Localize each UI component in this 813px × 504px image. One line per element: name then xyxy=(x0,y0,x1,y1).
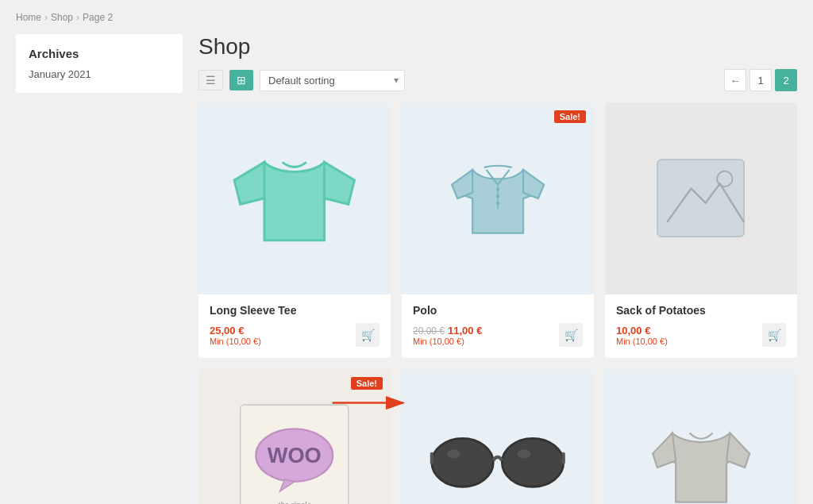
pagination: ← 1 2 xyxy=(724,69,797,91)
grid-icon: ⊞ xyxy=(237,74,246,87)
svg-point-4 xyxy=(496,194,499,198)
price-min-polo: Min (10,00 €) xyxy=(413,337,482,346)
svg-point-3 xyxy=(496,187,499,190)
pagination-page-1[interactable]: 1 xyxy=(749,69,772,91)
product-image-sunglasses xyxy=(402,369,594,504)
price-min-long-sleeve-tee: Min (10,00 €) xyxy=(210,337,261,346)
price-min-sack-of-potatoes: Min (10,00 €) xyxy=(616,337,668,346)
product-image-long-sleeve-tee xyxy=(198,102,391,294)
product-card-sunglasses: Sunglasses 90,00 € 🛒 xyxy=(402,369,594,504)
cart-icon-sack-of-potatoes: 🛒 xyxy=(768,329,781,341)
svg-text:WOO: WOO xyxy=(268,443,322,467)
product-price-row-long-sleeve-tee: 25,00 € Min (10,00 €) 🛒 xyxy=(210,323,380,347)
page-wrapper: Home › Shop › Page 2 Archives January 20… xyxy=(0,0,813,504)
product-card-sack-of-potatoes: Sack of Potatoes 10,00 € Min (10,00 €) 🛒 xyxy=(605,102,797,358)
products-grid-wrap: Long Sleeve Tee 25,00 € Min (10,00 €) 🛒 xyxy=(198,102,797,504)
product-card-tshirt: T-Shirt 18,00 € Min (10,00 €) 🛒 xyxy=(605,369,797,504)
single-image: WOO — the single — xyxy=(222,393,367,504)
svg-point-17 xyxy=(518,450,531,459)
product-info-polo: Polo 20,00 €11,00 € Min (10,00 €) 🛒 xyxy=(402,294,594,358)
products-grid: Long Sleeve Tee 25,00 € Min (10,00 €) 🛒 xyxy=(198,102,797,504)
product-image-single: Sale! WOO xyxy=(198,369,391,504)
toolbar-left: ☰ ⊞ Default sorting Sort by popularity S… xyxy=(198,70,405,91)
sidebar-box: Archives January 2021 xyxy=(16,34,183,93)
svg-point-16 xyxy=(447,450,460,459)
sidebar-title: Archives xyxy=(29,47,170,60)
breadcrumb: Home › Shop › Page 2 xyxy=(16,12,797,23)
product-card-single: Sale! WOO xyxy=(198,369,391,504)
add-to-cart-sack-of-potatoes[interactable]: 🛒 xyxy=(762,323,786,347)
sidebar: Archives January 2021 xyxy=(16,34,183,93)
placeholder-image xyxy=(643,140,758,256)
product-card-polo: Sale! xyxy=(402,102,594,358)
product-price-row-polo: 20,00 €11,00 € Min (10,00 €) 🛒 xyxy=(413,323,583,347)
long-sleeve-tee-image xyxy=(222,126,367,271)
breadcrumb-current: Page 2 xyxy=(83,12,113,23)
product-info-sack-of-potatoes: Sack of Potatoes 10,00 € Min (10,00 €) 🛒 xyxy=(605,294,797,358)
product-price-row-sack-of-potatoes: 10,00 € Min (10,00 €) 🛒 xyxy=(616,323,786,347)
sort-select[interactable]: Default sorting Sort by popularity Sort … xyxy=(260,70,405,91)
product-image-polo: Sale! xyxy=(402,102,594,294)
breadcrumb-sep-2: › xyxy=(76,12,79,23)
product-name-long-sleeve-tee: Long Sleeve Tee xyxy=(210,304,380,317)
grid-view-button[interactable]: ⊞ xyxy=(229,70,253,90)
price-main-sack-of-potatoes: 10,00 € xyxy=(616,325,668,337)
polo-image xyxy=(429,129,567,267)
sidebar-link-january-2021[interactable]: January 2021 xyxy=(29,68,170,80)
main-content: Shop ☰ ⊞ Default sorting Sort by popular xyxy=(198,34,797,504)
svg-text:— the single —: — the single — xyxy=(268,500,322,504)
svg-point-12 xyxy=(432,439,493,487)
content-header: Shop ☰ ⊞ Default sorting Sort by popular xyxy=(198,34,797,91)
main-layout: Archives January 2021 Shop ☰ ⊞ xyxy=(16,34,797,504)
breadcrumb-shop[interactable]: Shop xyxy=(51,12,73,23)
price-main-long-sleeve-tee: 25,00 € xyxy=(210,325,261,337)
product-info-long-sleeve-tee: Long Sleeve Tee 25,00 € Min (10,00 €) 🛒 xyxy=(198,294,391,358)
add-to-cart-long-sleeve-tee[interactable]: 🛒 xyxy=(356,323,380,347)
breadcrumb-sep-1: › xyxy=(44,12,48,23)
breadcrumb-home[interactable]: Home xyxy=(16,12,41,23)
cart-icon-polo: 🛒 xyxy=(564,329,578,341)
svg-point-5 xyxy=(496,202,499,205)
sale-badge-single: Sale! xyxy=(351,377,383,390)
price-original-polo: 20,00 €11,00 € xyxy=(413,324,482,337)
add-to-cart-polo[interactable]: 🛒 xyxy=(559,323,583,347)
sort-select-wrapper: Default sorting Sort by popularity Sort … xyxy=(260,70,405,91)
price-block-sack-of-potatoes: 10,00 € Min (10,00 €) xyxy=(616,325,668,346)
pagination-prev[interactable]: ← xyxy=(724,69,746,91)
pagination-page-2[interactable]: 2 xyxy=(775,69,797,91)
product-image-sack-of-potatoes xyxy=(605,102,797,294)
toolbar: ☰ ⊞ Default sorting Sort by popularity S… xyxy=(198,69,797,91)
svg-point-13 xyxy=(503,439,564,487)
price-block-long-sleeve-tee: 25,00 € Min (10,00 €) xyxy=(210,325,261,346)
price-block-polo: 20,00 €11,00 € Min (10,00 €) xyxy=(413,324,482,346)
tshirt-image xyxy=(632,396,770,504)
product-name-polo: Polo xyxy=(413,304,583,317)
sunglasses-image xyxy=(421,407,575,504)
sale-badge-polo: Sale! xyxy=(554,110,586,123)
product-card-long-sleeve-tee: Long Sleeve Tee 25,00 € Min (10,00 €) 🛒 xyxy=(198,102,391,358)
product-name-sack-of-potatoes: Sack of Potatoes xyxy=(616,304,786,317)
cart-icon-long-sleeve-tee: 🛒 xyxy=(361,329,375,341)
list-icon: ☰ xyxy=(206,74,216,87)
shop-title: Shop xyxy=(198,34,797,60)
product-image-tshirt xyxy=(605,369,797,504)
list-view-button[interactable]: ☰ xyxy=(198,70,223,90)
